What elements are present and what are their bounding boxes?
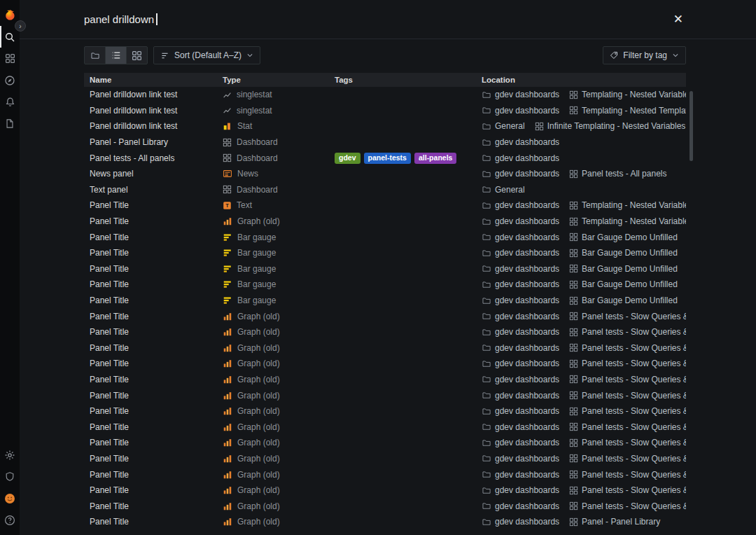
location-folder-link[interactable]: gdev dashboards xyxy=(482,359,559,368)
location-folder-link[interactable]: gdev dashboards xyxy=(482,216,559,226)
location-dashboard-link[interactable]: Bar Gauge Demo Unfilled xyxy=(569,296,678,305)
table-row[interactable]: Panel TitleBar gaugegdev dashboardsBar G… xyxy=(84,261,686,277)
location-dashboard-link[interactable]: Panel tests - Slow Queries & Annotations xyxy=(569,406,686,416)
location-dashboard-link[interactable]: Panel - Panel Library xyxy=(569,517,660,527)
table-row[interactable]: Panel drilldown link testsinglestatgdev … xyxy=(84,103,686,119)
table-row[interactable]: Panel TitleGraph (old)gdev dashboardsPan… xyxy=(84,498,686,514)
location-dashboard-link[interactable]: Panel tests - Slow Queries & Annotations xyxy=(569,391,686,401)
table-row[interactable]: Panel TitleGraph (old)gdev dashboardsPan… xyxy=(84,340,686,356)
sidebar-item-avatar[interactable] xyxy=(0,487,20,509)
table-row[interactable]: Panel TitleBar gaugegdev dashboardsBar G… xyxy=(84,229,686,245)
table-row[interactable]: Panel tests - All panelsDashboardgdevpan… xyxy=(84,150,686,166)
location-folder-link[interactable]: General xyxy=(482,185,525,195)
table-row[interactable]: Panel drilldown link testsinglestatgdev … xyxy=(84,87,686,103)
location-folder-link[interactable]: gdev dashboards xyxy=(482,264,559,274)
sidebar-item-file[interactable] xyxy=(0,113,20,134)
table-row[interactable]: Panel TitleGraph (old)gdev dashboardsPan… xyxy=(84,419,686,435)
sidebar-item-gear[interactable] xyxy=(0,444,20,466)
location-folder-link[interactable]: gdev dashboards xyxy=(482,232,559,242)
sort-select[interactable]: Sort (Default A–Z) xyxy=(153,46,260,64)
location-folder-link[interactable]: gdev dashboards xyxy=(482,169,559,179)
sidebar-item-apps[interactable] xyxy=(0,48,20,69)
location-dashboard-link[interactable]: Panel tests - Slow Queries & Annotations xyxy=(569,327,686,337)
tag-badge[interactable]: panel-tests xyxy=(364,153,411,164)
location-dashboard-link[interactable]: Bar Gauge Demo Unfilled xyxy=(569,279,678,289)
table-row[interactable]: Panel TitleGraph (old)gdev dashboardsPan… xyxy=(84,482,686,499)
location-dashboard-link[interactable]: Panel tests - Slow Queries & Annotations xyxy=(569,438,686,447)
location-folder-link[interactable]: gdev dashboards xyxy=(482,296,559,305)
location-dashboard-link[interactable]: Bar Gauge Demo Unfilled xyxy=(569,264,678,274)
table-row[interactable]: Panel TitleGraph (old)gdev dashboardsTem… xyxy=(84,214,686,230)
search-input[interactable]: panel drilldown xyxy=(84,13,673,25)
table-row[interactable]: Panel drilldown link testStatGeneralInfi… xyxy=(84,118,686,134)
table-row[interactable]: Text panelDashboardGeneral xyxy=(84,182,686,198)
table-row[interactable]: Panel TitleGraph (old)gdev dashboardsPan… xyxy=(84,451,686,467)
location-folder-link[interactable]: gdev dashboards xyxy=(482,422,559,432)
location-folder-link[interactable]: gdev dashboards xyxy=(482,327,559,337)
location-folder-link[interactable]: gdev dashboards xyxy=(482,137,559,147)
tag-filter-select[interactable]: Filter by tag xyxy=(603,46,686,64)
table-row[interactable]: Panel TitleBar gaugegdev dashboardsBar G… xyxy=(84,245,686,261)
location-dashboard-link[interactable]: Panel tests - Slow Queries & Annotations xyxy=(569,454,686,464)
location-folder-link[interactable]: gdev dashboards xyxy=(482,391,559,401)
location-dashboard-link[interactable]: Panel tests - Slow Queries & Annotations xyxy=(569,485,686,495)
location-dashboard-link[interactable]: Templating - Nested Variables Drilldown xyxy=(569,90,686,99)
location-folder-link[interactable]: gdev dashboards xyxy=(482,153,559,163)
location-dashboard-link[interactable]: Infinite Templating - Nested Variables D… xyxy=(535,121,686,131)
folder-view-button[interactable] xyxy=(84,46,106,64)
location-dashboard-link[interactable]: Templating - Nested Variables Drilldown xyxy=(569,216,686,226)
location-folder-link[interactable]: gdev dashboards xyxy=(482,90,559,99)
list-view-button[interactable] xyxy=(105,46,127,64)
location-dashboard-link[interactable]: Panel tests - Slow Queries & Annotations xyxy=(569,343,686,353)
location-dashboard-link[interactable]: Panel tests - Slow Queries & Annotations xyxy=(569,312,686,321)
table-row[interactable]: Panel TitleGraph (old)gdev dashboardsPan… xyxy=(84,356,686,372)
table-row[interactable]: Panel TitleGraph (old)gdev dashboardsPan… xyxy=(84,514,686,530)
location-dashboard-link[interactable]: Panel tests - Slow Queries & Annotations xyxy=(569,470,686,480)
location-dashboard-link[interactable]: Templating - Nested Template Variables xyxy=(569,106,686,116)
table-row[interactable]: Panel TitleGraph (old)gdev dashboardsPan… xyxy=(84,403,686,419)
location-folder-link[interactable]: General xyxy=(482,121,525,131)
sidebar-item-shield[interactable] xyxy=(0,466,20,487)
table-row[interactable]: Panel TitleBar gaugegdev dashboardsBar G… xyxy=(84,277,686,293)
location-dashboard-link[interactable]: Bar Gauge Demo Unfilled xyxy=(569,248,678,258)
location-dashboard-link[interactable]: Panel tests - Slow Queries & Annotations xyxy=(569,501,686,511)
location-folder-link[interactable]: gdev dashboards xyxy=(482,106,559,116)
table-row[interactable]: Panel TitleBar gaugegdev dashboardsBar G… xyxy=(84,293,686,309)
location-folder-link[interactable]: gdev dashboards xyxy=(482,200,559,210)
scrollbar-thumb[interactable] xyxy=(690,91,693,161)
table-row[interactable]: Panel TitleTTextgdev dashboardsTemplatin… xyxy=(84,197,686,214)
location-folder-link[interactable]: gdev dashboards xyxy=(482,312,559,321)
location-folder-link[interactable]: gdev dashboards xyxy=(482,501,559,511)
close-icon[interactable]: ✕ xyxy=(673,13,683,25)
location-folder-link[interactable]: gdev dashboards xyxy=(482,248,559,258)
location-folder-link[interactable]: gdev dashboards xyxy=(482,375,559,384)
table-row[interactable]: Panel - Panel LibraryDashboardgdev dashb… xyxy=(84,134,686,151)
location-folder-link[interactable]: gdev dashboards xyxy=(482,485,559,495)
tag-badge[interactable]: gdev xyxy=(335,153,360,164)
sidebar-item-compass[interactable] xyxy=(0,69,20,91)
location-folder-link[interactable]: gdev dashboards xyxy=(482,438,559,447)
location-folder-link[interactable]: gdev dashboards xyxy=(482,517,559,527)
sidebar-expand-button[interactable]: › xyxy=(15,20,26,32)
location-folder-link[interactable]: gdev dashboards xyxy=(482,279,559,289)
sidebar-item-question[interactable] xyxy=(0,509,20,531)
location-dashboard-link[interactable]: Panel tests - Slow Queries & Annotations xyxy=(569,422,686,432)
location-folder-link[interactable]: gdev dashboards xyxy=(482,406,559,416)
table-row[interactable]: Panel TitleGraph (old)gdev dashboardsPan… xyxy=(84,387,686,403)
location-folder-link[interactable]: gdev dashboards xyxy=(482,470,559,480)
tag-badge[interactable]: all-panels xyxy=(414,153,456,164)
location-dashboard-link[interactable]: Panel tests - Slow Queries & Annotations xyxy=(569,375,686,384)
table-row[interactable]: Panel TitleGraph (old)gdev dashboardsPan… xyxy=(84,324,686,340)
grid-view-button[interactable] xyxy=(126,46,148,64)
location-folder-link[interactable]: gdev dashboards xyxy=(482,454,559,464)
location-folder-link[interactable]: gdev dashboards xyxy=(482,343,559,353)
location-dashboard-link[interactable]: Templating - Nested Variables Drilldown xyxy=(569,200,686,210)
table-row[interactable]: Panel TitleGraph (old)gdev dashboardsPan… xyxy=(84,372,686,388)
location-dashboard-link[interactable]: Bar Gauge Demo Unfilled xyxy=(569,232,678,242)
table-row[interactable]: News panelNewsgdev dashboardsPanel tests… xyxy=(84,166,686,182)
table-row[interactable]: Panel TitleGraph (old)gdev dashboardsPan… xyxy=(84,466,686,482)
sidebar-item-bell[interactable] xyxy=(0,91,20,113)
location-dashboard-link[interactable]: Panel tests - Slow Queries & Annotations xyxy=(569,359,686,368)
table-row[interactable]: Panel TitleGraph (old)gdev dashboardsPan… xyxy=(84,308,686,324)
table-row[interactable]: Panel TitleGraph (old)gdev dashboardsPan… xyxy=(84,435,686,451)
